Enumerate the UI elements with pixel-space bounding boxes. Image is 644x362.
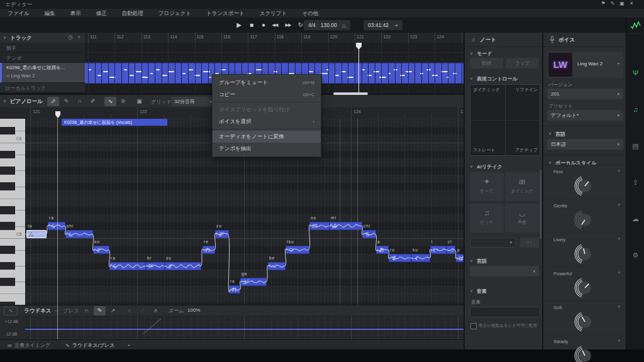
pencil-note-tool[interactable]: ✎ — [60, 97, 72, 106]
time-signature-row[interactable]: 拍子 — [0, 43, 85, 53]
collapse-icon[interactable]: ∨ — [3, 35, 6, 40]
menu-item-ボイスを選択[interactable]: ボイスを選択› — [213, 116, 321, 128]
style-add-button[interactable]: + — [618, 202, 621, 208]
params-panel-icon[interactable]: ∿ — [4, 307, 18, 315]
microphone-icon[interactable]: Ψ — [626, 69, 644, 77]
music-note-icon[interactable]: ♫ — [626, 106, 644, 113]
phoneme-input[interactable] — [470, 307, 540, 317]
menu-item-オーディオをノートに変換[interactable]: オーディオをノートに変換 — [213, 131, 321, 143]
preset-dropdown[interactable]: デフォルト*▾ — [547, 110, 623, 121]
note-group-label[interactable]: K0296_君の幸せに祝福を (Vocals) — [62, 119, 167, 126]
vowel-placement-checkbox[interactable] — [470, 323, 477, 329]
collapse-icon[interactable]: ∨ — [3, 99, 6, 104]
settings-icon[interactable]: ⚙ — [626, 251, 644, 260]
style-add-button[interactable]: + — [618, 304, 621, 310]
style-add-button[interactable]: + — [618, 270, 621, 276]
version-dropdown[interactable]: 201▾ — [547, 89, 623, 99]
style-add-button[interactable]: + — [618, 168, 621, 174]
style-knob-Steady[interactable] — [572, 343, 597, 362]
zoom-value[interactable]: 100% — [187, 307, 200, 313]
param-slope-tool[interactable]: ⟋ — [136, 306, 148, 315]
retake-すべて-button[interactable]: ✦すべて — [470, 172, 504, 201]
param-peak-tool[interactable]: ∧ — [123, 306, 135, 315]
chat-icon[interactable]: ▣ — [618, 1, 626, 6]
retake-声色-button[interactable]: ◡声色 — [505, 204, 539, 233]
metronome-icon[interactable]: △ — [342, 23, 346, 28]
edit-icon[interactable]: ✎ — [608, 1, 617, 6]
param-pencil-tool[interactable]: ✎ — [94, 306, 106, 315]
select-note-tool[interactable]: ⬀ — [47, 97, 59, 106]
menu-トランスポート[interactable]: トランスポート — [199, 9, 252, 18]
expression-xy-pad[interactable]: ダイナミック リファイン ストレート アクティブ — [470, 84, 540, 156]
dynamics-tool[interactable]: ⊪ — [118, 97, 130, 106]
panel-toggle-button[interactable]: ▣ — [133, 97, 145, 106]
time-display[interactable]: 03:41:42 ⇥ — [364, 20, 402, 30]
retake-select-dropdown[interactable]: ▾ — [470, 238, 516, 248]
play-button[interactable]: ▶ — [234, 21, 244, 30]
rewind-button[interactable]: ◀◀ — [270, 21, 280, 30]
param-curve-tool[interactable]: ∩ — [80, 306, 92, 315]
menu-編集[interactable]: 編集 — [37, 9, 63, 18]
menu-修正[interactable]: 修正 — [89, 9, 114, 18]
style-knob-Soft[interactable] — [572, 309, 597, 334]
rap-mode-button[interactable]: ラップ — [506, 58, 539, 69]
pin-icon[interactable]: ⚑ — [599, 1, 608, 6]
black-key-F#4[interactable] — [0, 278, 15, 286]
tempo-display[interactable]: 4/4 130.00 △ — [304, 20, 350, 30]
black-key-A#4[interactable] — [0, 246, 15, 254]
style-knob-Firm[interactable] — [572, 173, 597, 199]
retake-prev-next-buttons[interactable]: ‹ › — [520, 238, 539, 248]
menu-ファイル[interactable]: ファイル — [0, 9, 37, 18]
style-knob-Gentle[interactable] — [572, 207, 597, 233]
piano-keyboard[interactable]: C6C5 — [0, 119, 25, 305]
loudness-graph[interactable]: +12 dB -12 dB — [0, 315, 464, 339]
local-track-row[interactable]: ローカルトラック — [0, 83, 85, 93]
black-key-C#5[interactable] — [0, 222, 15, 230]
history-clock-icon[interactable]: ◷ — [68, 34, 73, 40]
black-key-D#5[interactable] — [0, 206, 15, 214]
black-key-G#4[interactable] — [0, 262, 15, 270]
grid-size-dropdown[interactable]: 32分音符▾ — [171, 97, 215, 106]
black-key-G#5[interactable] — [0, 167, 15, 175]
arrangement-ruler[interactable]: 1111121131141151161171181191201211221231… — [85, 33, 464, 43]
menu-item-テンポを抽出[interactable]: テンポを抽出 — [213, 143, 321, 155]
record-button[interactable]: ● — [258, 21, 269, 30]
black-key-C#6[interactable] — [0, 127, 15, 135]
param-tab-音素タイミング[interactable]: æ音素タイミング — [0, 342, 58, 349]
tempo-row[interactable]: テンポ — [0, 53, 85, 63]
black-key-A#5[interactable] — [0, 151, 15, 159]
menu-スクリプト[interactable]: スクリプト — [252, 9, 295, 18]
note-panel-scrollbar[interactable] — [540, 170, 541, 239]
param-tab-ラウドネス/ブレス[interactable]: ∿ラウドネス/ブレス — [58, 342, 122, 349]
vibrato-tool[interactable]: ∿ — [104, 97, 116, 106]
panels-icon[interactable]: ▤ — [626, 142, 644, 150]
menu-プロジェクト[interactable]: プロジェクト — [151, 9, 199, 18]
sing-mode-button[interactable]: 歌唱 — [470, 58, 503, 69]
voice-selector-card[interactable]: LW Ling Wan 2 ▾ — [547, 52, 623, 78]
black-key-F#5[interactable] — [0, 182, 15, 190]
menu-item-グループをミュート[interactable]: グループをミュートctrl+M — [213, 77, 321, 89]
style-knob-Lively[interactable] — [572, 241, 597, 266]
style-add-button[interactable]: + — [618, 236, 621, 242]
stop-button[interactable]: ■ — [247, 21, 257, 30]
menu-自動処理[interactable]: 自動処理 — [114, 9, 151, 18]
publish-icon[interactable]: ⇪ — [626, 178, 644, 187]
horizontal-scrollbar[interactable] — [333, 92, 368, 95]
add-track-button[interactable]: + — [77, 34, 80, 40]
menu-表示[interactable]: 表示 — [63, 9, 89, 18]
pencil-curve-tool[interactable]: ✐ — [87, 97, 99, 106]
loudness-tab[interactable]: ラウドネス — [24, 307, 52, 315]
breath-tab[interactable]: ブレス — [63, 307, 79, 315]
swap-icon[interactable]: ↔ — [54, 307, 59, 313]
cloud-icon[interactable]: ☁ — [626, 215, 644, 223]
retake-ピッチ-button[interactable]: ♫ピッチ — [470, 204, 504, 233]
param-line-tool[interactable]: ↗ — [107, 306, 119, 315]
voice-language-dropdown[interactable]: 日本語▾ — [547, 139, 623, 150]
note-language-dropdown[interactable]: ▾ — [470, 266, 539, 277]
style-add-button[interactable]: + — [618, 337, 621, 344]
forward-button[interactable]: ▶▶ — [283, 21, 293, 30]
close-icon[interactable]: ✕ — [627, 1, 636, 6]
add-param-tab-button[interactable]: + — [123, 343, 136, 348]
track-row-selected[interactable]: K0296_君の幸せに祝福を… ∞ Ling Wan 2 — [0, 63, 87, 83]
style-knob-Powerful[interactable] — [572, 275, 597, 300]
